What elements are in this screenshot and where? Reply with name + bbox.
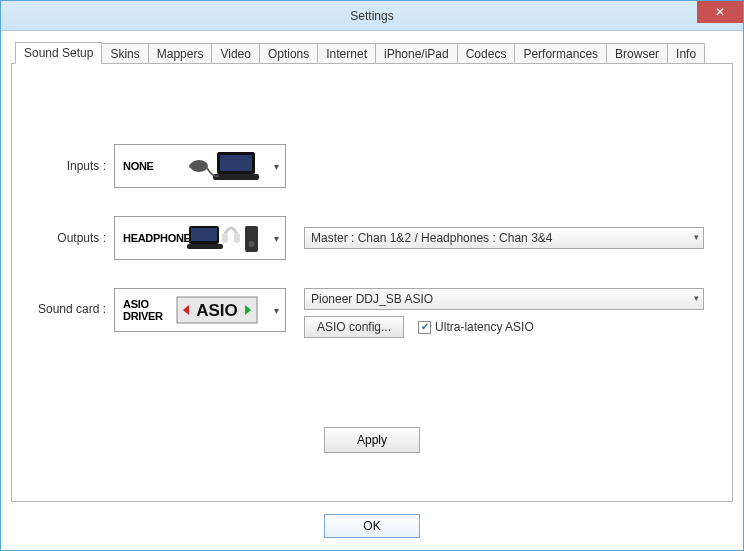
check-icon: ✔ [421,322,429,332]
output-channels-dropdown[interactable]: Master : Chan 1&2 / Headphones : Chan 3&… [304,227,704,249]
tab-panel-sound-setup: Inputs : NONE ▾ [11,63,733,502]
soundcard-dropdown[interactable]: ASIO DRIVER ASIO ▾ [114,288,286,332]
tab-label: Options [268,47,309,61]
soundcard-device-dropdown[interactable]: Pioneer DDJ_SB ASIO ▾ [304,288,704,310]
ok-label: OK [363,519,380,533]
close-icon: ✕ [715,6,725,18]
tab-codecs[interactable]: Codecs [457,43,516,64]
chevron-down-icon: ▾ [267,233,285,244]
soundcard-right: Pioneer DDJ_SB ASIO ▾ ASIO config... ✔ U… [304,288,704,338]
ok-bar: OK [11,502,733,550]
ultra-latency-label: Ultra-latency ASIO [435,320,534,334]
asio-config-label: ASIO config... [317,320,391,334]
tab-video[interactable]: Video [211,43,259,64]
close-button[interactable]: ✕ [697,1,743,23]
soundcard-subrow: ASIO config... ✔ Ultra-latency ASIO [304,316,704,338]
asio-logo-icon: ASIO [175,295,259,325]
client-area: Sound Setup Skins Mappers Video Options … [1,31,743,550]
titlebar: Settings ✕ [1,1,743,31]
tab-skins[interactable]: Skins [101,43,148,64]
svg-rect-1 [220,155,252,171]
inputs-dropdown[interactable]: NONE ▾ [114,144,286,188]
outputs-value: HEADPHONES [115,232,181,244]
checkbox-box: ✔ [418,321,431,334]
svg-rect-6 [191,228,217,241]
tab-label: Internet [326,47,367,61]
outputs-graphic [181,217,267,259]
tab-label: Skins [110,47,139,61]
soundcard-device-value: Pioneer DDJ_SB ASIO [311,292,433,306]
soundcard-label: Sound card : [36,288,114,316]
tab-label: Mappers [157,47,204,61]
ok-button[interactable]: OK [324,514,420,538]
svg-text:ASIO: ASIO [196,301,238,320]
tab-label: Codecs [466,47,507,61]
soundcard-graphic: ASIO [167,289,267,331]
row-outputs: Outputs : HEADPHONES [36,216,708,260]
tab-label: Performances [523,47,598,61]
soundcard-value: ASIO DRIVER [115,298,167,322]
chevron-down-icon: ▾ [267,161,285,172]
row-soundcard: Sound card : ASIO DRIVER ASIO ▾ [36,288,708,338]
tab-label: iPhone/iPad [384,47,449,61]
svg-rect-4 [189,164,195,168]
mic-laptop-icon [187,148,261,184]
tab-iphone-ipad[interactable]: iPhone/iPad [375,43,458,64]
tab-info[interactable]: Info [667,43,705,64]
output-channels-value: Master : Chan 1&2 / Headphones : Chan 3&… [311,231,552,245]
chevron-down-icon: ▾ [694,293,699,303]
tab-label: Video [220,47,250,61]
svg-rect-7 [187,244,223,249]
outputs-label: Outputs : [36,231,114,245]
tab-options[interactable]: Options [259,43,318,64]
asio-config-button[interactable]: ASIO config... [304,316,404,338]
inputs-value: NONE [115,160,181,172]
tab-label: Browser [615,47,659,61]
svg-rect-9 [234,233,240,243]
chevron-down-icon: ▾ [267,305,285,316]
tab-label: Info [676,47,696,61]
tab-sound-setup[interactable]: Sound Setup [15,42,102,64]
settings-window: Settings ✕ Sound Setup Skins Mappers Vid… [0,0,744,551]
tab-performances[interactable]: Performances [514,43,607,64]
tab-internet[interactable]: Internet [317,43,376,64]
svg-point-11 [249,241,255,247]
row-inputs: Inputs : NONE ▾ [36,144,708,188]
svg-rect-8 [222,233,228,243]
inputs-graphic [181,145,267,187]
tabs: Sound Setup Skins Mappers Video Options … [15,41,733,63]
apply-label: Apply [357,433,387,447]
svg-rect-10 [245,226,258,252]
ultra-latency-checkbox[interactable]: ✔ Ultra-latency ASIO [418,320,534,334]
svg-rect-2 [213,174,259,180]
inputs-label: Inputs : [36,159,114,173]
outputs-right: Master : Chan 1&2 / Headphones : Chan 3&… [304,227,704,249]
outputs-dropdown[interactable]: HEADPHONES ▾ [114,216,286,260]
headphones-laptop-speaker-icon [187,220,261,256]
tab-label: Sound Setup [24,46,93,60]
chevron-down-icon: ▾ [694,232,699,242]
window-title: Settings [1,9,743,23]
apply-row: Apply [12,427,732,453]
apply-button[interactable]: Apply [324,427,420,453]
tab-browser[interactable]: Browser [606,43,668,64]
tab-mappers[interactable]: Mappers [148,43,213,64]
